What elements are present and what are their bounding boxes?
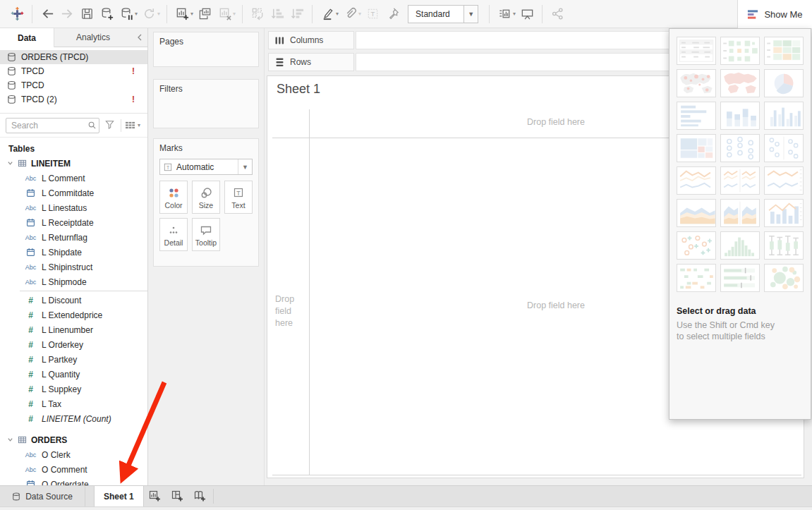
field-item[interactable]: #L Partkey	[0, 352, 147, 367]
color-button[interactable]: Color	[159, 181, 188, 214]
mark-type-caret-icon[interactable]: ▼	[238, 159, 252, 174]
sheet-tab-active[interactable]: Sheet 1	[94, 486, 144, 506]
group-caret-icon[interactable]: ▾	[358, 11, 361, 17]
size-button[interactable]: Size	[192, 181, 220, 214]
field-item[interactable]: O Orderdate	[0, 477, 147, 485]
collapse-pane-button[interactable]	[132, 28, 147, 47]
data-source-tab[interactable]: Data Source	[0, 486, 85, 506]
showme-thumb-continuous-lines[interactable]	[677, 166, 716, 195]
mark-labels-caret-icon[interactable]: ▾	[513, 11, 516, 17]
new-data-source-button[interactable]	[97, 4, 116, 24]
run-auto-updates-button[interactable]	[139, 4, 159, 24]
data-source-item[interactable]: TPCD	[0, 78, 147, 92]
view-options-button[interactable]: ▾	[125, 121, 142, 130]
showme-thumb-discrete-area[interactable]	[720, 199, 760, 227]
new-story-button[interactable]	[189, 486, 212, 506]
share-workbook-button[interactable]	[547, 4, 567, 24]
duplicate-sheet-button[interactable]	[195, 4, 214, 24]
data-source-item[interactable]: TPCD (2)!	[0, 92, 147, 107]
new-worksheet-tab-button[interactable]	[144, 486, 166, 506]
showme-thumb-side-by-side-circles[interactable]	[764, 134, 804, 162]
showme-thumb-packed-bubbles[interactable]	[764, 264, 804, 292]
showme-thumb-symbol-map[interactable]	[677, 69, 716, 97]
field-item[interactable]: AbcL Returnflag	[0, 230, 147, 245]
showme-thumb-gantt[interactable]	[677, 264, 716, 292]
field-item[interactable]: L Shipdate	[0, 245, 147, 260]
filters-shelf[interactable]: Filters	[153, 79, 259, 128]
showme-thumb-discrete-lines[interactable]	[720, 166, 760, 195]
fix-axes-button[interactable]	[382, 4, 402, 24]
show-mark-labels-button[interactable]	[495, 4, 514, 24]
showme-thumb-dual-combination[interactable]	[764, 199, 804, 227]
clear-sheet-caret-icon[interactable]: ▾	[233, 11, 236, 17]
field-item[interactable]: AbcL Shipmode	[0, 274, 147, 289]
show-me-button[interactable]: Show Me	[737, 0, 812, 28]
table-group-header[interactable]: LINEITEM	[0, 156, 147, 171]
showme-thumb-side-by-side-bars[interactable]	[764, 102, 804, 130]
highlight-caret-icon[interactable]: ▾	[336, 11, 339, 17]
field-item[interactable]: #L Linenumber	[0, 322, 147, 337]
showme-thumb-stacked-bars[interactable]	[720, 102, 760, 130]
sort-ascending-button[interactable]	[267, 4, 287, 24]
tooltip-button[interactable]: Tooltip	[192, 218, 220, 251]
tab-data[interactable]: Data	[0, 28, 54, 47]
filter-fields-button[interactable]	[103, 119, 117, 132]
showme-thumb-highlight-table[interactable]	[764, 37, 804, 65]
showme-thumb-pie-chart[interactable]	[764, 69, 804, 97]
showme-thumb-continuous-area[interactable]	[677, 199, 716, 227]
field-item[interactable]: #L Tax	[0, 396, 147, 411]
search-input[interactable]	[6, 118, 99, 133]
detail-button[interactable]: Detail	[159, 218, 188, 251]
sort-descending-button[interactable]	[287, 4, 307, 24]
pages-shelf[interactable]: Pages	[153, 32, 259, 67]
showme-thumb-text-table[interactable]	[677, 37, 716, 65]
new-sheet-caret-icon[interactable]: ▾	[190, 11, 193, 17]
field-item[interactable]: AbcL Shipinstruct	[0, 260, 147, 274]
showme-thumb-box-and-whisker[interactable]	[764, 231, 804, 260]
mark-type-dropdown[interactable]: T Automatic ▼	[159, 159, 253, 175]
field-item[interactable]: #L Orderkey	[0, 337, 147, 352]
showme-thumb-heat-map[interactable]	[720, 37, 760, 65]
data-source-item[interactable]: TPCD!	[0, 64, 147, 78]
text-label-button[interactable]: T	[363, 4, 382, 24]
highlight-button[interactable]	[317, 4, 337, 24]
field-item[interactable]: AbcO Comment	[0, 462, 147, 477]
save-button[interactable]	[77, 4, 97, 24]
showme-thumb-bullet-graph[interactable]	[720, 264, 760, 292]
view-size-selector[interactable]: Standard ▼	[408, 5, 478, 23]
field-item[interactable]: #L Quantity	[0, 367, 147, 382]
data-source-item[interactable]: ORDERS (TPCD)	[0, 50, 147, 64]
showme-thumb-filled-map[interactable]	[720, 69, 760, 97]
showme-thumb-circle-views[interactable]	[720, 134, 760, 162]
showme-thumb-treemap[interactable]	[677, 134, 716, 162]
presentation-mode-button[interactable]	[517, 4, 537, 24]
clear-sheet-button[interactable]	[214, 4, 234, 24]
undo-button[interactable]	[37, 4, 57, 24]
showme-thumb-scatter-plot[interactable]	[677, 231, 716, 260]
pause-auto-updates-button[interactable]	[116, 4, 136, 24]
field-item[interactable]: AbcL Comment	[0, 171, 147, 186]
swap-rows-and-columns-button[interactable]	[248, 4, 267, 24]
text-button[interactable]: T Text	[224, 181, 253, 214]
redo-button[interactable]	[57, 4, 77, 24]
run-updates-caret-icon[interactable]: ▾	[157, 11, 160, 17]
field-item[interactable]: L Commitdate	[0, 186, 147, 200]
table-group-header[interactable]: ORDERS	[0, 432, 147, 447]
field-item[interactable]: #L Suppkey	[0, 382, 147, 396]
field-item[interactable]: AbcL Linestatus	[0, 200, 147, 215]
drop-zone-rows[interactable]: Drop field here	[275, 293, 308, 329]
field-item[interactable]: #L Discount	[0, 293, 147, 308]
field-item[interactable]: AbcO Clerk	[0, 447, 147, 462]
field-item[interactable]: #LINEITEM (Count)	[0, 411, 147, 426]
field-item[interactable]: L Receiptdate	[0, 215, 147, 230]
view-size-caret-icon[interactable]: ▼	[463, 6, 478, 23]
showme-thumb-dual-lines[interactable]	[764, 166, 804, 195]
group-members-button[interactable]	[340, 4, 360, 24]
showme-thumb-horizontal-bars[interactable]	[677, 102, 716, 130]
new-dashboard-button[interactable]	[166, 486, 189, 506]
tab-analytics[interactable]: Analytics	[54, 28, 132, 47]
new-worksheet-button[interactable]	[172, 4, 192, 24]
pause-updates-caret-icon[interactable]: ▾	[135, 11, 138, 17]
showme-thumb-histogram[interactable]	[720, 231, 760, 260]
field-item[interactable]: #L Extendedprice	[0, 308, 147, 322]
